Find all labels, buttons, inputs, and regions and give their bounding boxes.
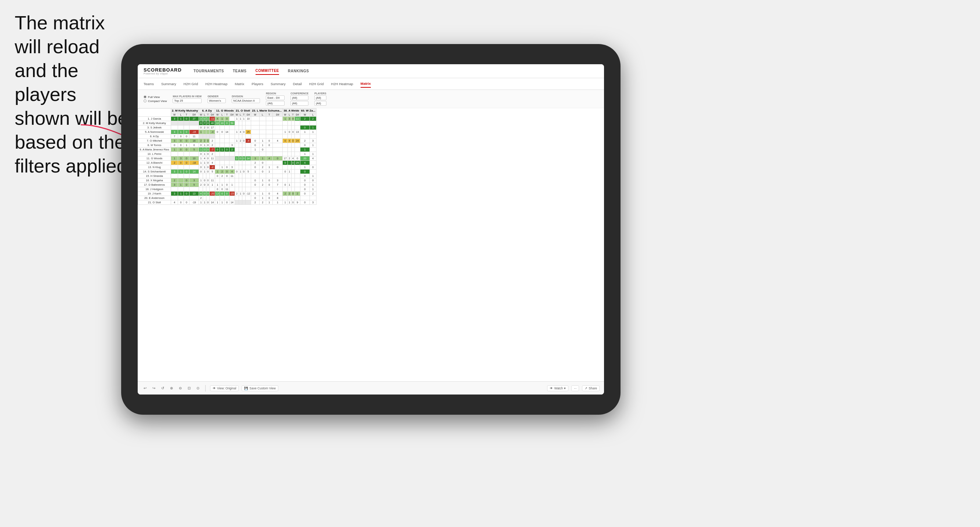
- logo-subtitle: Powered by clippd: [143, 72, 182, 75]
- full-view-option[interactable]: Full View: [143, 95, 167, 99]
- table-row: 1. J Garcia 31027 301-11 410 11110 13011…: [138, 117, 317, 121]
- conference-filter: Conference (All) (All): [290, 92, 309, 106]
- table-row: 3. S Jelinek 02017 01: [138, 125, 317, 130]
- wlt-t3: T: [224, 113, 229, 117]
- sub-nav-detail[interactable]: Detail: [293, 80, 302, 87]
- division-select[interactable]: NCAA Division II: [232, 98, 260, 103]
- wlt-t6: T: [291, 113, 295, 117]
- division-label: Division: [232, 95, 260, 98]
- sub-nav-h2h-grid2[interactable]: H2H Grid: [309, 80, 324, 87]
- table-row: 20. E Andersson 2 0108: [138, 196, 317, 200]
- player-name: 11. G Woods: [138, 156, 171, 161]
- wlt-dif6: Dif: [295, 113, 300, 117]
- players-select[interactable]: (All): [314, 95, 326, 100]
- refresh-icon[interactable]: ↺: [160, 385, 165, 391]
- col-group-1: 2. M Kelly Mulcahy: [171, 109, 199, 113]
- table-row: 9. A Maria Jimenez Rios 1005 100-7 0102 …: [138, 148, 317, 152]
- table-row: 15. H Stranda 02011 01: [138, 174, 317, 178]
- wlt-w7: W: [300, 113, 310, 117]
- clock-icon[interactable]: ⊙: [195, 385, 201, 391]
- share-icon: ↗: [585, 386, 587, 390]
- player-name: 18. J Hodgson: [138, 187, 171, 192]
- watch-icon: 👁: [550, 386, 553, 390]
- max-players-select[interactable]: Top 25: [173, 98, 202, 103]
- conference-sub-select[interactable]: (All): [290, 101, 309, 106]
- sub-nav-h2h-grid[interactable]: H2H Grid: [184, 80, 198, 87]
- division-filter: Division NCAA Division II: [232, 95, 260, 103]
- wlt-t4: T: [242, 113, 246, 117]
- zoom-out-icon[interactable]: ⊖: [177, 385, 183, 391]
- watch-btn[interactable]: 👁 Watch ▾: [547, 385, 568, 391]
- col-group-2: 6. A Dy: [199, 109, 215, 113]
- nav-tournaments[interactable]: TOURNAMENTS: [194, 68, 224, 75]
- player-name: 16. X Mcgaha: [138, 178, 171, 183]
- compact-view-label: Compact View: [148, 100, 167, 103]
- wlt-dif1: Dif: [189, 113, 199, 117]
- fit-icon[interactable]: ⊡: [186, 385, 192, 391]
- region-select[interactable]: East - DII: [266, 95, 285, 100]
- watch-chevron: ▾: [564, 386, 566, 390]
- share-label: Share: [589, 386, 597, 390]
- wlt-t2: T: [206, 113, 210, 117]
- sub-nav-matrix[interactable]: Matrix: [235, 80, 244, 87]
- sub-nav-h2h-heatmap2[interactable]: H2H Heatmap: [331, 80, 353, 87]
- wlt-l7: L: [310, 113, 316, 117]
- nav-committee[interactable]: COMMITTEE: [256, 67, 279, 75]
- sub-nav-teams[interactable]: Teams: [143, 80, 154, 87]
- sub-nav-summary[interactable]: Summary: [161, 80, 176, 87]
- tablet-frame: SCOREBOARD Powered by clippd TOURNAMENTS…: [121, 44, 620, 415]
- redo-icon[interactable]: ↪: [151, 385, 157, 391]
- view-icon: 👁: [213, 386, 216, 390]
- table-row: 2. M Kelly Mulcahy 07040 1010050: [138, 121, 317, 125]
- player-name: 3. S Jelinek: [138, 125, 171, 130]
- conference-select[interactable]: (All): [290, 95, 309, 100]
- col-group-3: 11. G Woods: [215, 109, 235, 113]
- wlt-dif2: Dif: [210, 113, 215, 117]
- region-label: Region: [266, 92, 285, 95]
- player-name: 14. S Srichantamit: [138, 170, 171, 174]
- dots-btn[interactable]: ···: [571, 385, 579, 391]
- save-custom-btn[interactable]: 💾 Save Custom View: [242, 385, 278, 391]
- player-name: 6. A Dy: [138, 134, 171, 139]
- matrix-container[interactable]: 2. M Kelly Mulcahy 6. A Dy 11. G Woods 2…: [138, 108, 604, 384]
- filters-row: Full View Compact View Max players in vi…: [138, 90, 604, 108]
- view-original-label: View: Original: [217, 386, 236, 390]
- player-name: 2. M Kelly Mulcahy: [138, 121, 171, 125]
- full-view-label: Full View: [148, 95, 160, 99]
- players-filter: Players (All) (All): [314, 92, 326, 106]
- zoom-icon[interactable]: ⊕: [169, 385, 174, 391]
- players-sub-select[interactable]: (All): [314, 101, 326, 106]
- table-row: 17. D Ballesteros 3105 2031 1101 0207 01…: [138, 183, 317, 187]
- sub-nav-matrix2[interactable]: Matrix: [361, 80, 371, 88]
- player-name: 1. J Garcia: [138, 117, 171, 121]
- compact-view-option[interactable]: Compact View: [143, 100, 167, 103]
- share-btn[interactable]: ↗ Share: [582, 385, 600, 391]
- table-row: 6. A Dy 70011: [138, 134, 317, 139]
- sub-nav-summary2[interactable]: Summary: [270, 80, 286, 87]
- compact-view-radio[interactable]: [143, 100, 146, 102]
- table-row: 21. O Stoll 400-19 11014 11014 2211 1109…: [138, 200, 317, 205]
- player-name: 8. M Torres: [138, 143, 171, 148]
- region-filter: Region East - DII (All): [266, 92, 285, 106]
- wlt-l4: L: [239, 113, 242, 117]
- wlt-l6: L: [288, 113, 291, 117]
- wlt-l1: L: [178, 113, 184, 117]
- col-group-6: 38. A Webb: [283, 109, 300, 113]
- player-name: 5. A Nomrowski: [138, 130, 171, 134]
- table-row: 18. J Hodgson 0011 01: [138, 187, 317, 192]
- col-group-4: 21. O Stoll: [235, 109, 251, 113]
- wlt-l5: L: [259, 113, 266, 117]
- sub-nav-h2h-heatmap[interactable]: H2H Heatmap: [205, 80, 227, 87]
- full-view-radio[interactable]: [143, 95, 146, 98]
- player-name: 21. O Stoll: [138, 200, 171, 205]
- nav-teams[interactable]: TEAMS: [233, 68, 247, 75]
- sub-nav-players[interactable]: Players: [251, 80, 263, 87]
- wlt-w3: W: [215, 113, 220, 117]
- view-original-btn[interactable]: 👁 View: Original: [210, 385, 239, 391]
- player-name: 20. E Andersson: [138, 196, 171, 200]
- view-options: Full View Compact View: [143, 95, 167, 103]
- undo-icon[interactable]: ↩: [142, 385, 148, 391]
- region-sub-select[interactable]: (All): [266, 101, 285, 106]
- gender-select[interactable]: Women's: [207, 98, 226, 103]
- nav-rankings[interactable]: RANKINGS: [288, 68, 309, 75]
